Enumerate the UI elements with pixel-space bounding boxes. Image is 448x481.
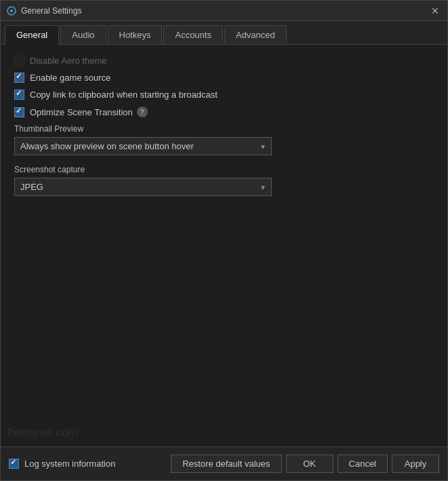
ok-button[interactable]: OK	[286, 455, 333, 473]
log-system-checkbox[interactable]	[9, 459, 19, 469]
log-system-label[interactable]: Log system information	[9, 459, 115, 469]
tab-audio[interactable]: Audio	[60, 25, 106, 44]
footer: Log system information Restore default v…	[1, 446, 447, 480]
screenshot-capture-label: Screenshot capture	[14, 165, 434, 174]
settings-window: General Settings ✕ General Audio Hotkeys…	[0, 0, 448, 481]
enable-game-source-row: Enable game source	[14, 73, 434, 83]
svg-point-1	[10, 9, 13, 12]
screenshot-capture-select[interactable]: JPEG PNG BMP	[14, 178, 272, 196]
optimize-scene-text: Optimize Scene Transition	[30, 107, 133, 117]
screenshot-capture-dropdown-wrapper: JPEG PNG BMP ▼	[14, 178, 272, 196]
cancel-button[interactable]: Cancel	[338, 455, 388, 473]
thumbnail-preview-section: Thumbnail Preview Always show preview on…	[14, 124, 434, 155]
app-icon	[6, 5, 17, 16]
title-bar: General Settings ✕	[1, 1, 447, 21]
close-button[interactable]: ✕	[428, 4, 442, 18]
restore-defaults-button[interactable]: Restore default values	[171, 455, 281, 473]
thumbnail-preview-select[interactable]: Always show preview on scene button hove…	[14, 137, 272, 155]
enable-game-source-label[interactable]: Enable game source	[14, 73, 110, 83]
optimize-scene-help-icon[interactable]: ?	[137, 107, 148, 117]
optimize-scene-row: Optimize Scene Transition ?	[14, 107, 434, 117]
tabs-bar: General Audio Hotkeys Accounts Advanced	[1, 21, 447, 45]
disable-aero-label[interactable]: Disable Aero theme	[14, 56, 106, 66]
copy-link-text: Copy link to clipboard when starting a b…	[30, 90, 218, 100]
thumbnail-preview-dropdown-wrapper: Always show preview on scene button hove…	[14, 137, 272, 155]
enable-game-source-text: Enable game source	[30, 73, 110, 83]
disable-aero-row: Disable Aero theme	[14, 56, 434, 66]
copy-link-label[interactable]: Copy link to clipboard when starting a b…	[14, 90, 218, 100]
footer-right: Restore default values OK Cancel Apply	[171, 455, 439, 473]
optimize-scene-label[interactable]: Optimize Scene Transition	[14, 107, 133, 117]
footer-left: Log system information	[9, 459, 115, 469]
enable-game-source-checkbox[interactable]	[14, 73, 24, 83]
tab-general[interactable]: General	[5, 25, 59, 45]
log-system-text: Log system information	[24, 459, 115, 469]
disable-aero-checkbox[interactable]	[14, 56, 24, 66]
tab-hotkeys[interactable]: Hotkeys	[108, 25, 163, 44]
apply-button[interactable]: Apply	[392, 455, 439, 473]
copy-link-checkbox[interactable]	[14, 90, 24, 100]
disable-aero-text: Disable Aero theme	[30, 56, 106, 66]
copy-link-row: Copy link to clipboard when starting a b…	[14, 90, 434, 100]
tab-accounts[interactable]: Accounts	[163, 25, 222, 44]
window-title: General Settings	[21, 6, 428, 16]
screenshot-capture-section: Screenshot capture JPEG PNG BMP ▼	[14, 165, 434, 196]
thumbnail-preview-label: Thumbnail Preview	[14, 124, 434, 134]
optimize-scene-checkbox[interactable]	[14, 107, 24, 117]
settings-content: Disable Aero theme Enable game source Co…	[1, 45, 447, 446]
tab-advanced[interactable]: Advanced	[224, 25, 287, 44]
